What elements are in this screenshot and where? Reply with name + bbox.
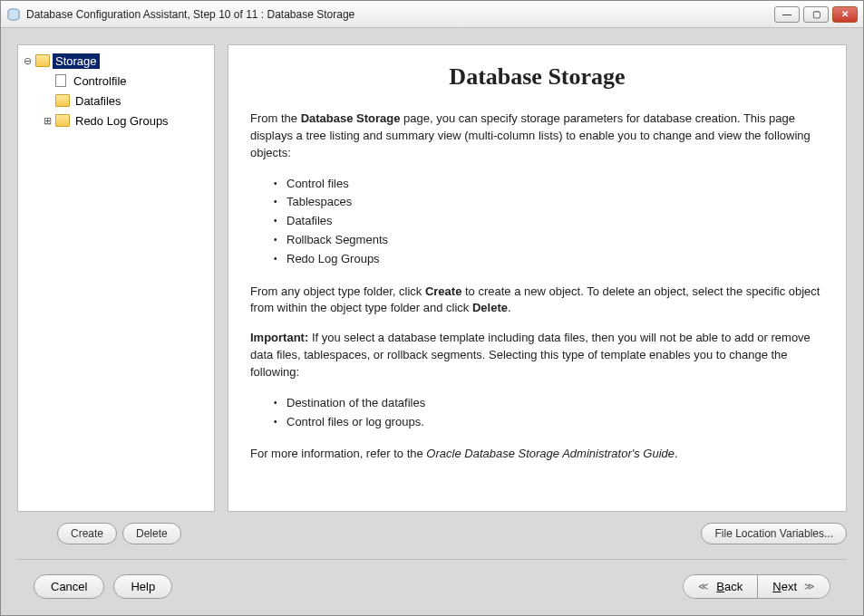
page-heading: Database Storage [250, 63, 824, 91]
description-panel: Database Storage From the Database Stora… [228, 44, 847, 512]
list-item: Datafiles [286, 212, 824, 231]
chevron-right-icon: ≫ [804, 581, 815, 592]
content-area: ⊖ Storage Controlfile Datafiles [1, 28, 863, 615]
collapse-icon[interactable]: ⊖ [22, 55, 33, 67]
window-controls: — ▢ ✕ [774, 6, 858, 23]
create-delete-paragraph: From any object type folder, click Creat… [250, 284, 824, 318]
intro-paragraph: From the Database Storage page, you can … [250, 111, 824, 162]
tree-label-controlfile[interactable]: Controlfile [71, 73, 130, 89]
important-paragraph: Important: If you select a database temp… [250, 330, 824, 381]
close-button[interactable]: ✕ [832, 6, 858, 23]
mid-button-row: Create Delete File Location Variables... [17, 512, 847, 559]
list-item: Tablespaces [286, 193, 824, 212]
tree-label-redo[interactable]: Redo Log Groups [73, 113, 171, 129]
expand-icon[interactable]: ⊞ [42, 115, 53, 127]
help-button[interactable]: Help [113, 574, 172, 599]
footer-button-row: Cancel Help ≪ Back Next ≫ [17, 560, 847, 615]
next-button[interactable]: Next ≫ [758, 575, 830, 598]
window-title: Database Configuration Assistant, Step 1… [26, 8, 774, 21]
tree-label-storage[interactable]: Storage [53, 53, 100, 69]
wizard-window: Database Configuration Assistant, Step 1… [0, 0, 864, 616]
tree-node-controlfile[interactable]: Controlfile [42, 71, 210, 91]
titlebar: Database Configuration Assistant, Step 1… [1, 1, 863, 28]
more-info-paragraph: For more information, refer to the Oracl… [250, 446, 824, 463]
objects-list: Control files Tablespaces Datafiles Roll… [286, 175, 824, 269]
nav-button-group: ≪ Back Next ≫ [683, 574, 830, 599]
app-icon [6, 7, 21, 22]
tree-node-storage[interactable]: ⊖ Storage [22, 51, 210, 71]
main-row: ⊖ Storage Controlfile Datafiles [17, 44, 847, 512]
file-icon [55, 74, 66, 87]
list-item: Control files [286, 175, 824, 194]
delete-button[interactable]: Delete [122, 523, 181, 544]
file-location-variables-button[interactable]: File Location Variables... [701, 523, 847, 544]
back-button[interactable]: ≪ Back [684, 575, 758, 598]
list-item: Destination of the datafiles [286, 394, 824, 413]
maximize-button[interactable]: ▢ [803, 6, 829, 23]
cancel-button[interactable]: Cancel [34, 574, 104, 599]
folder-icon [35, 54, 50, 67]
chevron-left-icon: ≪ [698, 581, 709, 592]
list-item: Rollback Segments [286, 231, 824, 250]
tree-node-datafiles[interactable]: Datafiles [42, 91, 210, 111]
folder-icon [55, 114, 70, 127]
minimize-button[interactable]: — [774, 6, 800, 23]
template-list: Destination of the datafiles Control fil… [286, 394, 824, 432]
folder-icon [55, 94, 70, 107]
storage-tree[interactable]: ⊖ Storage Controlfile Datafiles [17, 44, 215, 512]
create-button[interactable]: Create [57, 523, 117, 544]
list-item: Redo Log Groups [286, 250, 824, 269]
list-item: Control files or log groups. [286, 413, 824, 432]
tree-label-datafiles[interactable]: Datafiles [73, 93, 124, 109]
tree-node-redo[interactable]: ⊞ Redo Log Groups [42, 111, 210, 130]
